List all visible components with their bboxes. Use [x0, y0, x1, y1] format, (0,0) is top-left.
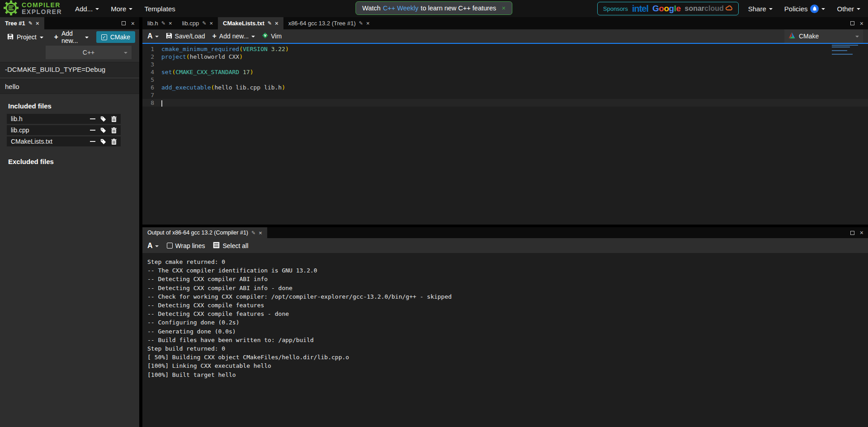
nav-menu-other[interactable]: Other: [831, 0, 866, 17]
code-line[interactable]: 4set(CMAKE_CXX_STANDARD 17): [142, 68, 868, 76]
tree-tab[interactable]: Tree #1 ✎ ×: [0, 17, 44, 29]
nav-menu-label: Share: [748, 5, 766, 13]
nav-right-menus: Share Policies Other: [742, 0, 866, 17]
close-icon[interactable]: ×: [36, 20, 39, 27]
nav-menu-more[interactable]: More: [105, 0, 138, 17]
unchecked-checkbox-icon: ✓: [167, 243, 173, 249]
editor-tab[interactable]: lib.h ✎ ×: [142, 17, 177, 29]
intel-logo[interactable]: intel: [632, 4, 648, 14]
output-line: -- Detecting CXX compile features - done: [147, 310, 868, 318]
rename-tag-icon[interactable]: [100, 116, 106, 122]
code-line[interactable]: 2project(helloworld CXX): [142, 53, 868, 61]
tab-label: lib.h: [147, 20, 158, 27]
nav-menu-label: Templates: [144, 5, 175, 13]
vim-toggle-button[interactable]: V Vim: [262, 33, 282, 40]
exclude-file-icon[interactable]: [90, 127, 95, 133]
editor-tab[interactable]: x86-64 gcc 13.2 (Tree #1) ✎ ×: [283, 17, 375, 29]
file-name: lib.cpp: [11, 127, 29, 134]
sonarcloud-logo[interactable]: sonarcloud: [685, 5, 733, 13]
exclude-file-icon[interactable]: [90, 139, 95, 144]
vertical-splitter[interactable]: [139, 17, 142, 427]
included-file-row[interactable]: CMakeLists.txt: [7, 136, 121, 146]
maximise-icon[interactable]: [122, 21, 126, 25]
banner-link[interactable]: C++ Weekly: [383, 5, 419, 12]
chevron-down-icon: [124, 52, 127, 54]
code-line[interactable]: 5: [142, 76, 868, 84]
svg-text:V: V: [264, 33, 267, 38]
rename-icon[interactable]: ✎: [268, 20, 272, 26]
nav-menu-templates[interactable]: Templates: [138, 0, 181, 17]
font-size-button[interactable]: A: [147, 242, 159, 250]
language-select[interactable]: C++: [46, 46, 132, 59]
maximise-icon[interactable]: [850, 231, 854, 235]
wrap-lines-checkbox[interactable]: ✓ Wrap lines: [167, 242, 205, 249]
tab-label: lib.cpp: [182, 20, 199, 27]
font-size-button[interactable]: A: [147, 32, 159, 40]
code-line[interactable]: 8: [142, 99, 868, 107]
chevron-down-icon: [857, 8, 860, 10]
banner-close-icon[interactable]: ✕: [501, 5, 505, 11]
sponsors-box[interactable]: Sponsors intel Google sonarcloud: [597, 2, 739, 15]
rename-icon[interactable]: ✎: [202, 20, 206, 26]
save-load-button[interactable]: Save/Load: [166, 33, 205, 40]
code-editor[interactable]: 1cmake_minimum_required(VERSION 3.22)2pr…: [142, 44, 868, 225]
cmake-arguments-input[interactable]: -DCMAKE_BUILD_TYPE=Debug: [0, 62, 139, 77]
file-name: lib.h: [11, 115, 23, 122]
close-pane-icon[interactable]: ×: [131, 20, 135, 27]
line-number: 8: [142, 99, 154, 107]
nav-menu-label: More: [111, 5, 126, 13]
close-icon[interactable]: ×: [275, 20, 278, 27]
editor-tab[interactable]: lib.cpp ✎ ×: [177, 17, 218, 29]
rename-icon[interactable]: ✎: [359, 20, 363, 26]
rename-icon[interactable]: ✎: [28, 20, 33, 26]
code-line[interactable]: 3: [142, 61, 868, 68]
rename-icon[interactable]: ✎: [251, 230, 255, 236]
compiler-output[interactable]: Step cmake returned: 0-- The CXX compile…: [142, 253, 868, 427]
included-file-row[interactable]: lib.h: [7, 114, 121, 124]
output-tab[interactable]: Output of x86-64 gcc 13.2 (Compiler #1) …: [142, 227, 267, 238]
compiler-explorer-logo[interactable]: COMPILER EXPLORER: [0, 0, 69, 17]
rename-tag-icon[interactable]: [100, 127, 106, 133]
nav-menu-policies[interactable]: Policies: [778, 0, 831, 17]
plus-icon: +: [212, 33, 217, 39]
delete-file-icon[interactable]: [111, 116, 117, 122]
rename-tag-icon[interactable]: [100, 139, 106, 145]
google-logo[interactable]: Google: [652, 4, 680, 14]
maximise-icon[interactable]: [850, 21, 854, 25]
close-icon[interactable]: ×: [366, 20, 370, 27]
cmake-toggle-button[interactable]: ✓ CMake: [96, 31, 135, 43]
nav-menu-share[interactable]: Share: [742, 0, 778, 17]
close-icon[interactable]: ×: [259, 230, 262, 236]
delete-file-icon[interactable]: [111, 127, 117, 133]
rename-icon[interactable]: ✎: [161, 20, 165, 26]
select-all-button[interactable]: Select all: [213, 242, 248, 250]
close-pane-icon[interactable]: ×: [860, 229, 863, 236]
exclude-file-icon[interactable]: [90, 116, 95, 122]
close-icon[interactable]: ×: [169, 20, 172, 27]
sonarcloud-cloud-icon: [726, 5, 733, 13]
tree-toolbar: Project + Add new... ✓ CMake: [0, 29, 139, 45]
included-file-row[interactable]: lib.cpp: [7, 125, 121, 135]
output-line: -- Detecting CXX compile features: [147, 301, 868, 310]
project-menu-button[interactable]: Project: [4, 31, 47, 43]
add-new-button[interactable]: + Add new...: [51, 28, 92, 47]
code-line[interactable]: 6add_executable(hello lib.cpp lib.h): [142, 84, 868, 91]
file-name: CMakeLists.txt: [11, 138, 52, 145]
nav-menu-add[interactable]: Add...: [69, 0, 105, 17]
code-line[interactable]: 1cmake_minimum_required(VERSION 3.22): [142, 45, 868, 53]
add-new-button[interactable]: + Add new...: [212, 33, 255, 40]
editor-tab[interactable]: CMakeLists.txt ✎ ×: [218, 17, 283, 29]
output-filename-input[interactable]: hello: [0, 79, 139, 94]
select-all-icon: [213, 242, 220, 250]
close-pane-icon[interactable]: ×: [860, 20, 863, 27]
compiler-select[interactable]: CMake: [784, 29, 863, 43]
notification-bell-icon: [810, 5, 819, 13]
code-line[interactable]: 7: [142, 91, 868, 99]
sponsors-label: Sponsors: [603, 5, 628, 12]
close-icon[interactable]: ×: [209, 20, 213, 27]
text-cursor: [161, 100, 162, 107]
plus-icon: +: [54, 34, 58, 40]
line-number: 1: [142, 45, 154, 53]
delete-file-icon[interactable]: [111, 139, 117, 145]
minimap[interactable]: [832, 45, 861, 56]
